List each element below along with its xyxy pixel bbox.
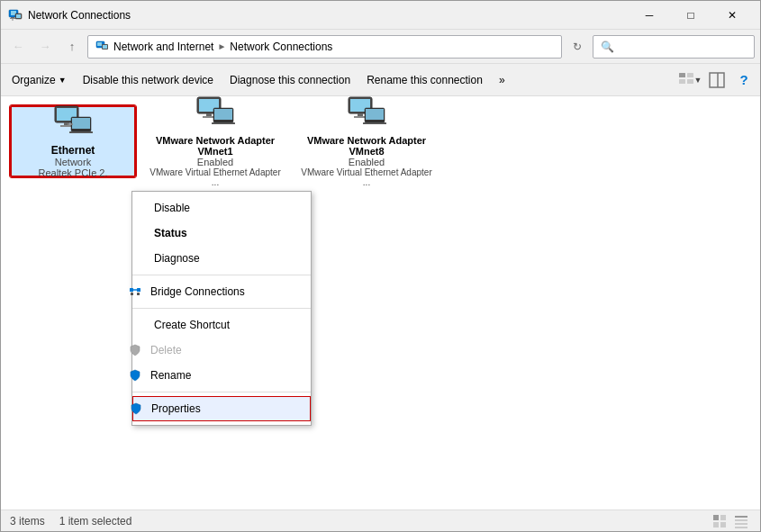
network-item-vmnet8[interactable]: VMware Network Adapter VMnet8 Enabled VM…	[294, 105, 439, 177]
vmnet8-adapter: VMware Virtual Ethernet Adapter ...	[298, 167, 435, 187]
forward-button[interactable]: →	[33, 35, 57, 59]
svg-rect-43	[137, 293, 140, 295]
ctx-properties[interactable]: Properties	[132, 396, 311, 421]
network-item-vmnet1[interactable]: VMware Network Adapter VMnet1 Enabled VM…	[143, 105, 287, 177]
svg-rect-15	[710, 73, 724, 87]
svg-rect-34	[358, 113, 363, 116]
toolbar: Organize ▼ Disable this network device D…	[1, 64, 760, 96]
view-chevron-icon: ▼	[694, 76, 702, 85]
vmnet1-icon	[194, 96, 237, 131]
bridge-icon	[127, 284, 143, 300]
ethernet-name: Ethernet	[38, 144, 107, 157]
vmnet1-adapter: VMware Virtual Ethernet Adapter ...	[147, 167, 284, 187]
toolbar-right: ▼ ?	[677, 68, 756, 93]
context-menu: Disable Status Diagnose Bridge Connectio…	[131, 191, 312, 426]
svg-rect-31	[212, 122, 235, 124]
title-bar-text: Network Connections	[28, 9, 629, 22]
ctx-shortcut[interactable]: Create Shortcut	[132, 312, 311, 338]
search-input[interactable]	[601, 41, 747, 53]
vmnet1-info: VMware Network Adapter VMnet1 Enabled VM…	[147, 135, 284, 187]
title-bar: Network Connections ─ □ ✕	[1, 1, 760, 30]
status-bar: 3 items 1 item selected	[1, 509, 760, 531]
svg-rect-51	[735, 527, 747, 528]
svg-rect-39	[130, 288, 133, 292]
panel-icon	[709, 72, 725, 88]
detail-view-button[interactable]	[731, 511, 751, 531]
svg-rect-38	[363, 122, 386, 124]
title-bar-controls: ─ □ ✕	[629, 1, 753, 30]
network-items-list: Ethernet Network Realtek PCIe 2.	[1, 96, 760, 186]
up-button[interactable]: ↑	[60, 35, 84, 59]
svg-rect-14	[687, 79, 693, 84]
status-view-buttons	[710, 511, 751, 531]
svg-rect-13	[679, 79, 685, 84]
svg-rect-12	[687, 73, 693, 77]
svg-rect-49	[735, 519, 747, 521]
svg-rect-8	[97, 42, 102, 46]
svg-rect-30	[214, 109, 232, 120]
svg-rect-50	[735, 523, 747, 525]
address-path[interactable]: Network and Internet ► Network Connectio…	[87, 35, 562, 59]
list-view-button[interactable]	[710, 511, 729, 531]
svg-rect-3	[10, 18, 15, 19]
content-area: Ethernet Network Realtek PCIe 2.	[1, 96, 760, 509]
address-bar: ← → ↑ Network and Internet ► Network Con…	[1, 30, 760, 64]
ctx-delete: Delete	[132, 338, 311, 363]
window-icon	[8, 8, 23, 23]
main-window: Network Connections ─ □ ✕ ← → ↑ Network …	[0, 0, 761, 532]
ethernet-type: Network	[38, 157, 107, 167]
vmnet8-info: VMware Network Adapter VMnet8 Enabled VM…	[298, 135, 435, 187]
minimize-button[interactable]: ─	[629, 1, 670, 30]
svg-rect-27	[206, 113, 212, 116]
ctx-disable[interactable]: Disable	[132, 195, 311, 221]
view-icon	[678, 72, 694, 88]
vmnet8-name: VMware Network Adapter VMnet8	[298, 135, 435, 157]
ethernet-icon	[51, 104, 95, 140]
ctx-diagnose[interactable]: Diagnose	[132, 246, 311, 271]
svg-rect-2	[11, 17, 14, 18]
ctx-separator-3	[132, 392, 311, 392]
list-view-icon	[712, 514, 727, 528]
close-button[interactable]: ✕	[711, 1, 753, 30]
rename-button[interactable]: Rename this connection	[359, 68, 490, 93]
ctx-bridge[interactable]: Bridge Connections	[132, 279, 311, 304]
path-separator: ►	[217, 41, 226, 51]
vmnet1-name: VMware Network Adapter VMnet1	[147, 135, 284, 157]
properties-shield-icon	[128, 401, 144, 417]
svg-rect-47	[720, 522, 726, 527]
ethernet-info: Ethernet Network Realtek PCIe 2.	[38, 144, 107, 178]
search-box[interactable]	[593, 35, 755, 59]
vmnet1-type: Enabled	[147, 157, 284, 167]
ethernet-adapter: Realtek PCIe 2.	[38, 167, 107, 178]
more-button[interactable]: »	[492, 68, 512, 93]
refresh-button[interactable]: ↻	[566, 35, 589, 59]
svg-rect-45	[720, 515, 726, 520]
view-options-button[interactable]: ▼	[677, 68, 702, 93]
organize-button[interactable]: Organize ▼	[5, 68, 74, 93]
vmnet8-type: Enabled	[298, 157, 435, 167]
ctx-rename[interactable]: Rename	[132, 363, 311, 388]
diagnose-button[interactable]: Diagnose this connection	[222, 68, 358, 93]
ctx-separator-2	[132, 308, 311, 309]
path-root: Network and Internet	[113, 41, 213, 53]
svg-rect-37	[366, 109, 384, 120]
path-current: Network Connections	[230, 41, 332, 53]
delete-shield-icon	[127, 342, 143, 358]
items-count: 3 items	[10, 515, 45, 527]
svg-rect-44	[713, 515, 719, 520]
svg-rect-22	[72, 118, 90, 129]
panel-toggle-button[interactable]	[704, 68, 729, 93]
vmnet8-icon	[345, 96, 388, 131]
disable-button[interactable]: Disable this network device	[76, 68, 221, 93]
rename-shield-icon	[127, 367, 143, 383]
svg-rect-46	[713, 522, 719, 527]
back-button[interactable]: ←	[6, 35, 30, 59]
network-item-ethernet[interactable]: Ethernet Network Realtek PCIe 2.	[10, 105, 136, 177]
selected-count: 1 item selected	[59, 515, 132, 527]
svg-rect-23	[69, 131, 93, 133]
detail-view-icon	[734, 514, 748, 528]
help-button[interactable]: ?	[731, 68, 756, 93]
maximize-button[interactable]: □	[670, 1, 711, 30]
ctx-status[interactable]: Status	[132, 221, 311, 246]
svg-rect-42	[131, 293, 133, 295]
